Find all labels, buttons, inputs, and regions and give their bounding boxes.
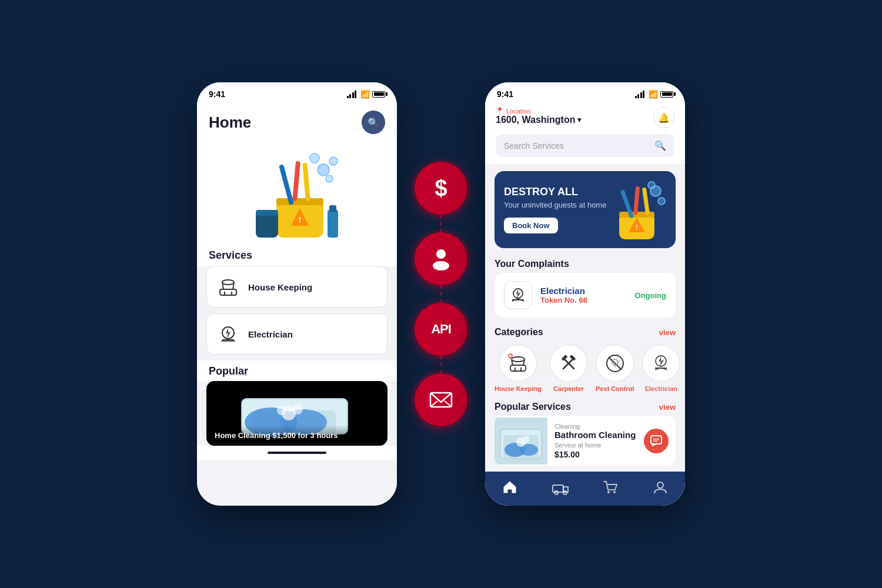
svg-point-57 (509, 354, 512, 358)
status-icons-right: 📶 (635, 90, 674, 99)
svg-point-13 (326, 175, 333, 182)
status-time-right: 9:41 (497, 89, 513, 99)
service-subtitle: Service at home (554, 442, 637, 449)
bottom-navigation (485, 472, 685, 506)
svg-rect-1 (276, 198, 323, 205)
nav-home[interactable] (502, 480, 517, 495)
housekeeping-label: House Keeping (248, 282, 312, 292)
electrician-category-icon (642, 345, 680, 382)
home-search-button[interactable]: 🔍 (362, 111, 385, 134)
dollar-circle[interactable]: $ (415, 162, 467, 215)
center-feature-circles: $ API (415, 162, 467, 426)
svg-rect-42 (633, 186, 640, 214)
notification-bell-button[interactable]: 🔔 (653, 107, 674, 128)
phone-home: 9:41 📶 Home � (197, 82, 397, 506)
svg-point-14 (310, 153, 319, 163)
popular-services-view-link[interactable]: view (659, 403, 676, 412)
search-icon: 🔍 (368, 117, 379, 128)
pest-control-category-icon (596, 345, 634, 382)
location-name[interactable]: 1600, Washington ▾ (496, 115, 581, 125)
search-placeholder: Search Services (504, 141, 649, 151)
category-housekeeping[interactable]: House Keeping (495, 345, 542, 392)
service-item-electrician[interactable]: Electrician (206, 313, 387, 355)
svg-rect-81 (553, 485, 563, 492)
banner-subtitle: Your uninvited guests at home (504, 201, 607, 211)
wifi-icon: 📶 (360, 90, 370, 99)
categories-view-link[interactable]: view (659, 328, 676, 337)
scene: 9:41 📶 Home � (0, 0, 882, 588)
location-label: 📍 Location (496, 107, 581, 115)
pin-icon: 📍 (496, 107, 504, 115)
svg-point-35 (433, 261, 449, 270)
housekeeping-category-icon (499, 345, 537, 382)
svg-marker-22 (226, 328, 230, 339)
battery-icon-right (660, 91, 673, 98)
svg-point-32 (292, 404, 303, 415)
mail-icon (428, 387, 454, 413)
complaints-section-header: Your Complaints (485, 255, 685, 273)
battery-icon (372, 91, 385, 98)
search-bar[interactable]: Search Services 🔍 (496, 134, 674, 157)
svg-rect-10 (302, 162, 310, 201)
nav-cart[interactable] (603, 480, 618, 495)
chat-fab-button[interactable] (644, 429, 669, 453)
mail-circle[interactable] (415, 373, 467, 426)
electrician-icon (216, 322, 240, 346)
categories-section-header: Categories view (485, 323, 685, 341)
svg-point-11 (318, 164, 329, 176)
carpenter-category-icon (550, 345, 587, 382)
popular-service-image (495, 417, 547, 465)
service-name: Bathroom Cleaning (554, 430, 637, 440)
svg-point-64 (612, 359, 618, 365)
category-carpenter[interactable]: Carpenter (550, 345, 587, 392)
api-circle[interactable]: API (415, 303, 467, 356)
signal-icon-right (635, 91, 645, 98)
popular-card[interactable]: Home Cleaning $1,500 for 3 hours (206, 381, 387, 446)
user-circle[interactable] (415, 232, 467, 285)
popular-service-card[interactable]: Cleaning Bathroom Cleaning Service at ho… (495, 416, 676, 466)
nav-delivery[interactable] (552, 480, 569, 495)
bathroom-cleaning-image (495, 417, 547, 465)
category-electrician[interactable]: Electrician (642, 345, 680, 392)
home-indicator (197, 446, 397, 460)
svg-rect-5 (256, 210, 278, 216)
electrician-label: Electrician (248, 329, 293, 339)
phone2-header: 📍 Location 1600, Washington ▾ 🔔 Se (485, 101, 685, 164)
svg-text:!: ! (299, 215, 302, 225)
carpenter-category-label: Carpenter (553, 385, 584, 392)
svg-point-53 (512, 357, 524, 362)
complaint-card[interactable]: Electrician Token No. 68 Ongoing (495, 273, 676, 318)
popular-service-info: Cleaning Bathroom Cleaning Service at ho… (547, 416, 644, 466)
status-icons-left: 📶 (347, 90, 386, 99)
book-now-button[interactable]: Book Now (504, 218, 558, 233)
home-nav-icon (502, 480, 517, 495)
svg-text:!: ! (636, 223, 638, 232)
pest-control-category-label: Pest Control (596, 385, 634, 392)
status-time-left: 9:41 (209, 89, 225, 99)
home-title: Home (209, 113, 251, 132)
electrician-category-label: Electrician (645, 385, 678, 392)
housekeeping-category-label: House Keeping (495, 385, 542, 392)
svg-rect-6 (328, 210, 338, 238)
popular-card-text: Home Cleaning $1,500 for 3 hours (206, 425, 387, 446)
complaint-name: Electrician (540, 286, 627, 296)
svg-point-18 (222, 280, 234, 285)
service-item-housekeeping[interactable]: House Keeping (206, 266, 387, 308)
svg-line-66 (618, 360, 620, 362)
svg-rect-9 (292, 161, 300, 201)
svg-rect-7 (329, 205, 336, 212)
complaint-status: Ongoing (635, 291, 666, 300)
hero-illustration: ! (238, 146, 356, 238)
svg-point-86 (613, 491, 616, 493)
cart-nav-icon (603, 480, 618, 495)
svg-point-12 (329, 157, 338, 165)
svg-point-33 (277, 406, 286, 415)
svg-rect-36 (430, 393, 452, 407)
status-bar-left: 9:41 📶 (197, 82, 397, 101)
status-bar-right: 9:41 📶 (485, 82, 685, 101)
nav-profile[interactable] (653, 480, 668, 495)
search-icon-right: 🔍 (654, 140, 666, 151)
category-pest-control[interactable]: Pest Control (596, 345, 634, 392)
categories-row: House Keeping Carpenter (485, 341, 685, 398)
svg-rect-50 (510, 365, 526, 371)
